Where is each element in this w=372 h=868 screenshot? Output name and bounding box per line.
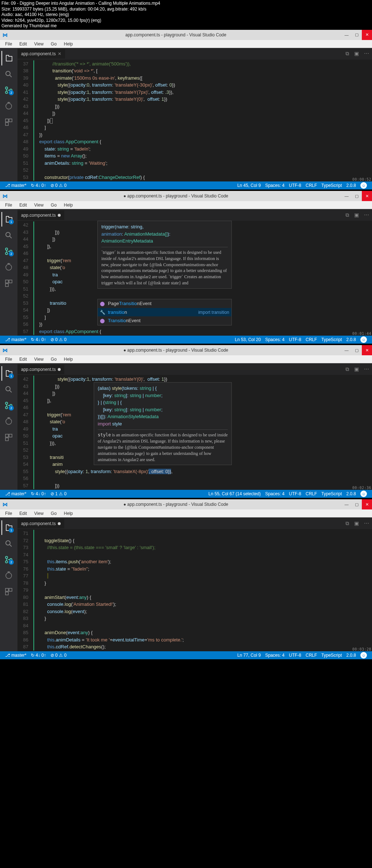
menu-help[interactable]: Help <box>60 510 77 516</box>
problems[interactable]: ⊘ 1 ⚠ 0 <box>48 491 69 496</box>
menu-help[interactable]: Help <box>60 202 77 208</box>
menu-view[interactable]: View <box>31 510 47 516</box>
language[interactable]: TypeScript <box>319 491 344 496</box>
explorer-icon[interactable]: 1 <box>1 212 16 227</box>
feedback-icon[interactable]: ☺ <box>358 336 369 343</box>
feedback-icon[interactable]: ☺ <box>358 182 369 189</box>
code-line[interactable]: 79 <box>17 587 372 594</box>
git-branch[interactable]: ⎇ master* <box>3 337 29 342</box>
tab-app-component[interactable]: app.component.ts <box>17 210 64 220</box>
scm-icon[interactable]: 2 <box>1 552 16 567</box>
scm-icon[interactable]: 2 <box>1 244 16 259</box>
git-branch[interactable]: ⎇ master* <box>3 183 29 188</box>
more-icon[interactable]: ⋯ <box>364 520 369 527</box>
code-line[interactable]: 43 ])) <box>17 103 372 110</box>
debug-icon[interactable] <box>1 99 16 113</box>
code-line[interactable]: 73 //this.state = (this.state === 'small… <box>17 544 372 551</box>
menu-file[interactable]: File <box>1 41 16 47</box>
close-button[interactable]: ✕ <box>362 499 372 509</box>
split-icon[interactable]: ⧉ <box>345 366 349 372</box>
indent[interactable]: Spaces: 4 <box>263 183 287 188</box>
code-editor[interactable]: 42 style({opacity:1, transform: 'transla… <box>17 375 372 490</box>
tab-app-component[interactable]: app.component.ts <box>17 364 64 374</box>
code-editor[interactable]: 37 //transition('* => *', animate('500ms… <box>17 60 372 182</box>
scm-icon[interactable]: 2 <box>1 83 16 97</box>
menu-file[interactable]: File <box>1 202 16 208</box>
code-editor[interactable]: 42 ffset: 1}) 43 ])) 44 ]) 45 <box>17 221 372 336</box>
encoding[interactable]: UTF-8 <box>287 653 303 658</box>
close-button[interactable]: ✕ <box>362 30 372 40</box>
menu-help[interactable]: Help <box>60 356 77 362</box>
menu-edit[interactable]: Edit <box>16 202 31 208</box>
code-line[interactable]: 52 <box>17 292 372 300</box>
tab-app-component[interactable]: app.component.ts <box>17 519 64 528</box>
indent[interactable]: Spaces: 4 <box>263 653 287 658</box>
code-line[interactable]: 53 constructor(private cdRef:ChangeDetec… <box>17 174 372 181</box>
menu-go[interactable]: Go <box>47 202 60 208</box>
indent[interactable]: Spaces: 4 <box>263 337 287 342</box>
code-line[interactable]: 57 export class AppComponent { <box>17 328 372 335</box>
cursor-position[interactable]: Ln 53, Col 20 <box>232 337 263 342</box>
code-line[interactable]: 78 } <box>17 580 372 587</box>
code-line[interactable]: 82 console.log(event); <box>17 608 372 615</box>
menu-go[interactable]: Go <box>47 356 60 362</box>
maximize-button[interactable]: ▢ <box>352 499 362 509</box>
explorer-icon[interactable] <box>1 51 16 65</box>
menu-go[interactable]: Go <box>47 510 60 516</box>
code-line[interactable]: 48 export class AppComponent { <box>17 138 372 145</box>
language[interactable]: TypeScript <box>319 337 344 342</box>
code-line[interactable]: 47 }) <box>17 131 372 139</box>
menu-view[interactable]: View <box>31 202 47 208</box>
minimize-button[interactable]: — <box>341 191 352 201</box>
split-icon[interactable]: ⧉ <box>345 212 349 218</box>
menu-file[interactable]: File <box>1 356 16 362</box>
suggest-item[interactable]: ⬤ PageTransitionEvent <box>98 299 231 308</box>
minimize-button[interactable]: — <box>341 499 352 509</box>
eol[interactable]: CRLF <box>303 491 319 496</box>
code-line[interactable]: 75 this.items.push('another item'); <box>17 558 372 565</box>
code-line[interactable]: 40 style({opacity:0, transform: 'transla… <box>17 81 372 89</box>
encoding[interactable]: UTF-8 <box>287 491 303 496</box>
layout-icon[interactable]: ▣ <box>354 51 359 57</box>
layout-icon[interactable]: ▣ <box>354 520 359 527</box>
git-sync[interactable]: ↻ 4↓ 0↑ <box>29 491 48 496</box>
cursor-position[interactable]: Ln 77, Col 9 <box>235 653 263 658</box>
indent[interactable]: Spaces: 4 <box>263 491 287 496</box>
language[interactable]: TypeScript <box>319 653 344 658</box>
code-line[interactable]: 80 animStart(event:any) { <box>17 594 372 601</box>
ts-version[interactable]: 2.0.8 <box>344 183 358 188</box>
code-line[interactable]: 37 //transition('* => *', animate('500ms… <box>17 60 372 68</box>
code-line[interactable]: 83 } <box>17 615 372 622</box>
code-line[interactable]: 56 <box>17 475 372 482</box>
code-line[interactable]: 85 animDone(event:any) { <box>17 629 372 636</box>
code-line[interactable]: 39 animate('1500ms 0s ease-in', keyframe… <box>17 75 372 82</box>
problems[interactable]: ⊘ 0 ⚠ 0 <box>48 337 69 342</box>
git-branch[interactable]: ⎇ master* <box>3 653 29 658</box>
layout-icon[interactable]: ▣ <box>354 366 359 372</box>
extensions-icon[interactable] <box>1 276 16 291</box>
problems[interactable]: ⊘ 0 ⚠ 0 <box>48 653 69 658</box>
git-branch[interactable]: ⎇ master* <box>3 491 29 496</box>
cursor-position[interactable]: Ln 45, Col 9 <box>235 183 263 188</box>
code-line[interactable]: 44 ]) <box>17 110 372 117</box>
menu-edit[interactable]: Edit <box>16 510 31 516</box>
eol[interactable]: CRLF <box>303 337 319 342</box>
ts-version[interactable]: 2.0.8 <box>344 653 358 658</box>
search-icon[interactable] <box>1 382 16 397</box>
close-button[interactable]: ✕ <box>362 345 372 355</box>
minimize-button[interactable]: — <box>341 345 352 355</box>
maximize-button[interactable]: ▢ <box>352 345 362 355</box>
layout-icon[interactable]: ▣ <box>354 212 359 218</box>
split-icon[interactable]: ⧉ <box>345 520 349 527</box>
git-sync[interactable]: ↻ 4↓ 0↑ <box>29 337 48 342</box>
git-sync[interactable]: ↻ 4↓ 0↑ <box>29 653 48 658</box>
encoding[interactable]: UTF-8 <box>287 337 303 342</box>
menu-go[interactable]: Go <box>47 41 60 47</box>
search-icon[interactable] <box>1 536 16 551</box>
maximize-button[interactable]: ▢ <box>352 191 362 201</box>
code-line[interactable]: 38 transition('void => *', [ <box>17 67 372 75</box>
maximize-button[interactable]: ▢ <box>352 30 362 40</box>
encoding[interactable]: UTF-8 <box>287 183 303 188</box>
code-line[interactable]: 86 this.animDetails = 'It took me '+even… <box>17 636 372 644</box>
code-line[interactable]: 81 console.log('Animation Started!'); <box>17 601 372 608</box>
